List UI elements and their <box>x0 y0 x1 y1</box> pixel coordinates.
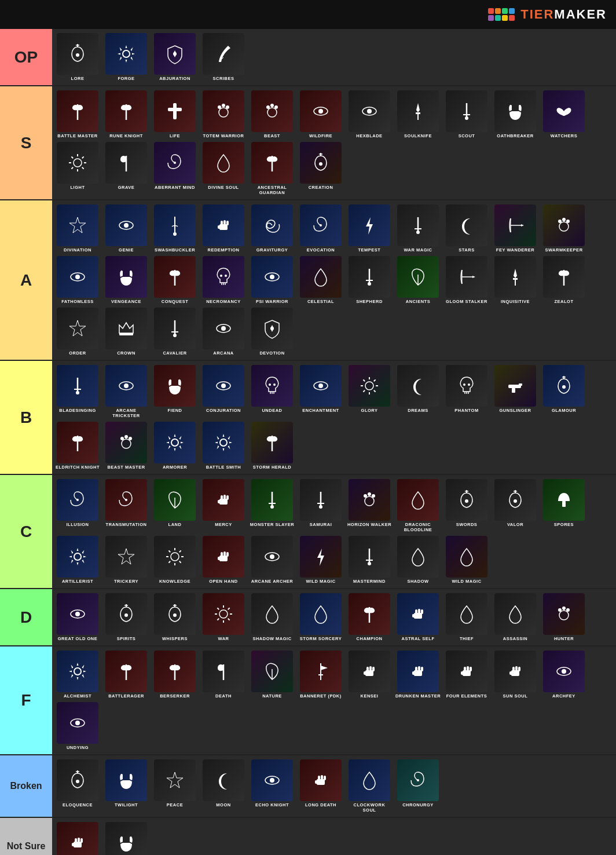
list-item[interactable]: Artillerist <box>54 536 101 584</box>
list-item[interactable]: Arcane Trickster <box>103 365 149 418</box>
list-item[interactable]: Land <box>152 479 198 527</box>
list-item[interactable]: Mastermind <box>346 536 393 584</box>
list-item[interactable]: Drunken Master <box>395 651 441 699</box>
list-item[interactable]: Berserker <box>152 651 198 699</box>
list-item[interactable]: Beast Master <box>103 422 149 470</box>
list-item[interactable]: Ancients <box>395 256 441 304</box>
list-item[interactable]: Death <box>200 651 247 699</box>
list-item[interactable]: Monster Slayer <box>249 479 295 527</box>
list-item[interactable]: Evocation <box>298 204 344 253</box>
list-item[interactable]: Wildfire <box>298 90 344 138</box>
list-item[interactable]: Spores <box>541 479 587 527</box>
list-item[interactable]: Wild Magic <box>298 536 344 584</box>
list-item[interactable]: Conjuration <box>200 365 247 413</box>
list-item[interactable]: Battlerager <box>103 651 149 699</box>
list-item[interactable]: Conquest <box>152 256 198 304</box>
list-item[interactable]: Spirits <box>103 593 149 641</box>
list-item[interactable]: Oathbreaker <box>492 90 538 138</box>
list-item[interactable]: Whispers <box>152 593 198 641</box>
list-item[interactable]: Open Sea <box>103 822 149 855</box>
list-item[interactable]: Genie <box>103 204 149 253</box>
list-item[interactable]: Fathomless <box>54 256 101 304</box>
list-item[interactable]: Eloquence <box>54 759 101 808</box>
list-item[interactable]: Enchantment <box>298 365 344 413</box>
list-item[interactable]: Vengeance <box>103 256 149 304</box>
list-item[interactable]: Zealot <box>541 256 587 304</box>
list-item[interactable]: War Magic <box>395 204 441 253</box>
list-item[interactable]: Cobalt Soul <box>54 822 101 855</box>
list-item[interactable]: Clockwork Soul <box>346 759 393 813</box>
list-item[interactable]: Stars <box>443 204 490 253</box>
list-item[interactable]: Storm Sorcery <box>298 593 344 641</box>
list-item[interactable]: Gloom Stalker <box>443 256 490 304</box>
list-item[interactable]: Arcana <box>200 308 247 356</box>
list-item[interactable]: Devotion <box>249 308 295 356</box>
list-item[interactable]: Soulknife <box>395 90 441 138</box>
list-item[interactable]: Order <box>54 308 101 356</box>
list-item[interactable]: Arcane Archer <box>249 536 295 584</box>
list-item[interactable]: Gunslinger <box>492 365 538 413</box>
list-item[interactable]: Storm Herald <box>249 422 295 470</box>
list-item[interactable]: Peace <box>152 759 198 808</box>
list-item[interactable]: Assassin <box>492 593 538 641</box>
list-item[interactable]: Battle Smith <box>200 422 247 470</box>
list-item[interactable]: Mercy <box>200 479 247 527</box>
list-item[interactable]: Long Death <box>298 759 344 808</box>
list-item[interactable]: Valor <box>492 479 538 527</box>
list-item[interactable]: Hunter <box>541 593 587 641</box>
list-item[interactable]: Crown <box>103 308 149 356</box>
list-item[interactable]: Archfey <box>541 651 587 699</box>
list-item[interactable]: Shadow Magic <box>249 593 295 641</box>
list-item[interactable]: Knowledge <box>152 536 198 584</box>
list-item[interactable]: Rune Knight <box>103 90 149 138</box>
list-item[interactable]: Twilight <box>103 759 149 808</box>
list-item[interactable]: Redemption <box>200 204 247 253</box>
list-item[interactable]: Samurai <box>298 479 344 527</box>
list-item[interactable]: Swashbuckler <box>152 204 198 253</box>
list-item[interactable]: Graviturgy <box>249 204 295 253</box>
list-item[interactable]: Watchers <box>541 90 587 138</box>
list-item[interactable]: Swords <box>443 479 490 527</box>
list-item[interactable]: Bladesinging <box>54 365 101 413</box>
list-item[interactable]: Celestial <box>298 256 344 304</box>
list-item[interactable]: Cavalier <box>152 308 198 356</box>
list-item[interactable]: Alchemist <box>54 651 101 699</box>
list-item[interactable]: Nature <box>249 651 295 699</box>
list-item[interactable]: Eldritch Knight <box>54 422 101 470</box>
list-item[interactable]: Shadow <box>395 536 441 584</box>
list-item[interactable]: Divination <box>54 204 101 253</box>
list-item[interactable]: Champion <box>346 593 393 641</box>
list-item[interactable]: War <box>200 593 247 641</box>
list-item[interactable]: Abjuration <box>152 33 198 81</box>
list-item[interactable]: Trickery <box>103 536 149 584</box>
list-item[interactable]: Beast <box>249 90 295 138</box>
list-item[interactable]: Grave <box>103 142 149 190</box>
list-item[interactable]: Tempest <box>346 204 393 253</box>
list-item[interactable]: Illusion <box>54 479 101 527</box>
list-item[interactable]: Draconic Bloodline <box>395 479 441 532</box>
list-item[interactable]: Inquisitive <box>492 256 538 304</box>
list-item[interactable]: Battle Master <box>54 90 101 138</box>
list-item[interactable]: Lore <box>54 33 101 81</box>
list-item[interactable]: Four Elements <box>443 651 490 699</box>
list-item[interactable]: Dreams <box>395 365 441 413</box>
list-item[interactable]: Wild Magic <box>443 536 490 584</box>
list-item[interactable]: Armorer <box>152 422 198 470</box>
list-item[interactable]: Necromancy <box>200 256 247 304</box>
list-item[interactable]: Sun Soul <box>492 651 538 699</box>
list-item[interactable]: Kensei <box>346 651 393 699</box>
list-item[interactable]: Totem Warrior <box>200 90 247 138</box>
list-item[interactable]: Astral Self <box>395 593 441 641</box>
list-item[interactable]: Creation <box>298 142 344 190</box>
list-item[interactable]: Aberrant Mind <box>152 142 198 190</box>
list-item[interactable]: Swarmkeeper <box>541 204 587 253</box>
list-item[interactable]: Life <box>152 90 198 138</box>
list-item[interactable]: Open Hand <box>200 536 247 584</box>
list-item[interactable]: Transmutation <box>103 479 149 527</box>
list-item[interactable]: Undead <box>249 365 295 413</box>
list-item[interactable]: Forge <box>103 33 149 81</box>
list-item[interactable]: Ancestral Guardian <box>249 142 295 195</box>
list-item[interactable]: Psi Warrior <box>249 256 295 304</box>
list-item[interactable]: Moon <box>200 759 247 808</box>
list-item[interactable]: Light <box>54 142 101 190</box>
